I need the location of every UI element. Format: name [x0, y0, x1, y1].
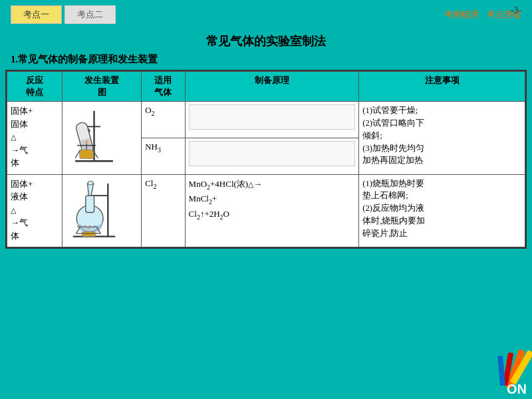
tab-kaodian2[interactable]: 考点二	[65, 5, 116, 24]
principle-nh3-box	[189, 141, 356, 166]
gas-nh3: NH3	[142, 138, 185, 174]
svg-rect-15	[86, 196, 94, 212]
principle-nh3	[185, 138, 359, 174]
feature-solid-liquid: 固体+液体△→气体	[7, 174, 63, 247]
corner-svg: ON	[479, 346, 532, 399]
gas-cl2: Cl2	[142, 174, 185, 247]
svg-rect-17	[88, 181, 93, 184]
table-row: 固体+液体△→气体	[7, 174, 525, 247]
svg-marker-16	[88, 184, 94, 196]
top-bar: 考点一 考点二 考纲梳理 考点突破	[0, 0, 532, 29]
device-svg-1	[66, 104, 122, 168]
device-svg-2	[66, 178, 122, 241]
main-title: 常见气体的实验室制法	[0, 33, 532, 49]
main-table-container: 反应特点 发生装置图 适用气体 制备原理 注意事项 固体+固体△→气体	[5, 70, 527, 249]
header-device: 发生装置图	[63, 72, 142, 102]
gas-o2: O2	[142, 102, 185, 138]
gas-table: 反应特点 发生装置图 适用气体 制备原理 注意事项 固体+固体△→气体	[7, 71, 525, 247]
table-header-row: 反应特点 发生装置图 适用气体 制备原理 注意事项	[7, 72, 525, 102]
tab-group: 考点一 考点二	[11, 5, 116, 24]
header-gas: 适用气体	[142, 72, 185, 102]
top-right-nav: 考纲梳理 考点突破	[444, 9, 521, 21]
principle-o2-box	[189, 104, 356, 130]
svg-text:ON: ON	[507, 382, 527, 396]
device-solid-liquid	[63, 174, 142, 247]
corner-decoration: ON	[479, 346, 532, 399]
delta-icon: △	[11, 132, 16, 143]
nav-link[interactable]: 考纲梳理	[444, 9, 479, 21]
principle-cl2: MnO2+4HCl(浓)△→ MnCl2+ Cl2↑+2H2O	[185, 174, 359, 247]
tab-kaodian1[interactable]: 考点一	[11, 5, 62, 24]
principle-o2	[185, 102, 359, 138]
table-row: 固体+固体△→气体	[7, 102, 525, 138]
sub-title: 1.常见气体的制备原理和发生装置	[11, 53, 532, 66]
delta-icon-2: △	[11, 205, 16, 216]
svg-rect-18	[82, 231, 96, 236]
svg-rect-6	[80, 150, 94, 159]
notes-solid-liquid: (1)烧瓶加热时要垫上石棉网;(2)反应物均为液体时,烧瓶内要加碎瓷片,防止	[359, 174, 525, 247]
device-solid-solid	[63, 102, 142, 174]
feature-solid-solid: 固体+固体△→气体	[7, 102, 63, 174]
page-number: -3-	[511, 5, 521, 16]
header-principle: 制备原理	[185, 72, 359, 102]
notes-solid-solid: (1)试管要干燥;(2)试管口略向下倾斜;(3)加热时先均匀加热再固定加热	[359, 102, 525, 174]
header-notes: 注意事项	[359, 72, 525, 102]
header-feature: 反应特点	[7, 72, 63, 102]
